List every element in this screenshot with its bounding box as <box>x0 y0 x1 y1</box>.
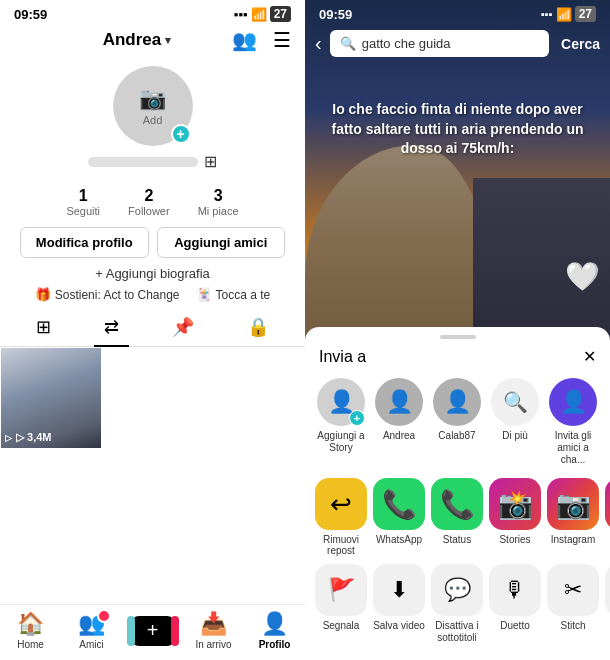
profile-code-row: ⊞ <box>88 152 217 171</box>
tab-saved[interactable]: 📌 <box>162 312 204 342</box>
action-duetto[interactable]: 🎙 Duetto <box>487 564 543 644</box>
close-icon[interactable]: ✕ <box>583 347 596 366</box>
heart-button[interactable]: 🤍 <box>565 260 600 293</box>
nav-profile[interactable]: 👤 Profilo <box>251 611 299 650</box>
share-di-piu[interactable]: 🔍 Di più <box>487 378 543 466</box>
camera-icon: 📷 <box>139 86 166 112</box>
stats-row: 1 Seguiti 2 Follower 3 Mi piace <box>0 179 305 223</box>
support-act-to-change[interactable]: 🎁 Sostieni: Act to Change <box>35 287 180 302</box>
video-grid: ▷ ▷ 3,4M <box>0 347 305 604</box>
stories-icon: 📸 <box>489 478 541 530</box>
nav-home[interactable]: 🏠 Home <box>7 611 55 650</box>
profile-code-bar <box>88 157 198 167</box>
tab-grid[interactable]: ⊞ <box>26 312 61 342</box>
friends-icon: 👥 <box>78 611 105 637</box>
friends-badge <box>97 609 111 623</box>
app-status[interactable]: 📞 Status <box>429 478 485 556</box>
story-person-icon: 👤 <box>328 389 355 415</box>
right-panel: 09:59 ▪▪▪ 📶 27 ‹ 🔍 gatto che guida Cerca… <box>305 0 610 660</box>
sottotitoli-icon: 💬 <box>431 564 483 616</box>
salva-icon: ⬇ <box>373 564 425 616</box>
avatar[interactable]: 📷 Add + <box>113 66 193 146</box>
left-status-bar: 09:59 ▪▪▪ 📶 27 <box>0 0 305 26</box>
right-wifi-icon: 📶 <box>556 7 572 22</box>
support-emoji-1: 🎁 <box>35 287 51 302</box>
duetto-icon: 🎙 <box>489 564 541 616</box>
edit-profile-button[interactable]: Modifica profilo <box>20 227 149 258</box>
right-signal-icon: ▪▪▪ <box>541 8 553 20</box>
share-panel: Invia a ✕ 👤 + Aggiungi a Story 👤 Andrea <box>305 327 610 660</box>
share-contact-andrea[interactable]: 👤 Andrea <box>371 378 427 466</box>
inbox-icon: 📥 <box>200 611 227 637</box>
action-sottotitoli[interactable]: 💬 Disattiva i sottotitoli <box>429 564 485 644</box>
home-icon: 🏠 <box>17 611 44 637</box>
right-search-bar: ‹ 🔍 gatto che guida Cerca <box>305 26 610 65</box>
add-badge[interactable]: + <box>171 124 191 144</box>
story-avatar: 👤 + <box>317 378 365 426</box>
add-label: Add <box>143 114 163 126</box>
menu-icon[interactable]: ☰ <box>273 28 291 52</box>
header-title[interactable]: Andrea ▾ <box>103 30 172 50</box>
profile-icon: 👤 <box>261 611 288 637</box>
cerca-button[interactable]: Cerca <box>561 36 600 52</box>
share-invite[interactable]: 👤 Invita gli amici a cha... <box>545 378 601 466</box>
bookmark-icon: 📌 <box>172 316 194 338</box>
tab-repost[interactable]: ⇄ <box>94 312 129 342</box>
left-panel: 09:59 ▪▪▪ 📶 27 Andrea ▾ 👥 ☰ 📷 Add + ⊞ <box>0 0 305 660</box>
nav-create[interactable]: + <box>129 616 177 646</box>
avatar-section: 📷 Add + ⊞ <box>0 58 305 179</box>
stat-mipiace[interactable]: 3 Mi piace <box>198 187 239 217</box>
search-input[interactable]: gatto che guida <box>362 36 539 51</box>
share-handle <box>440 335 476 339</box>
nav-friends[interactable]: 👥 Amici <box>68 611 116 650</box>
action-stitch[interactable]: ✂ Stitch <box>545 564 601 644</box>
right-status-icons: ▪▪▪ 📶 27 <box>541 6 596 22</box>
battery-icon: 27 <box>270 6 291 22</box>
app-stories[interactable]: 📸 Stories <box>487 478 543 556</box>
people-icon[interactable]: 👥 <box>232 28 257 52</box>
tab-liked[interactable]: 🔒 <box>237 312 279 342</box>
support-emoji-2: 🃏 <box>196 287 212 302</box>
right-status-bar: 09:59 ▪▪▪ 📶 27 <box>305 0 610 26</box>
calab87-avatar: 👤 <box>433 378 481 426</box>
stat-follower[interactable]: 2 Follower <box>128 187 170 217</box>
app-repost[interactable]: ↩ Rimuovi repost <box>313 478 369 556</box>
action-buttons: Modifica profilo Aggiungi amici <box>0 223 305 262</box>
left-header: Andrea ▾ 👥 ☰ <box>0 26 305 58</box>
stat-seguiti[interactable]: 1 Seguiti <box>66 187 100 217</box>
bottom-nav: 🏠 Home 👥 Amici + 📥 In arrivo 👤 Profilo <box>0 604 305 660</box>
support-tocca-a-te[interactable]: 🃏 Tocca a te <box>196 287 271 302</box>
andrea-avatar: 👤 <box>375 378 423 426</box>
support-row: 🎁 Sostieni: Act to Change 🃏 Tocca a te <box>0 283 305 304</box>
action-crea[interactable]: ✏ Crea... <box>603 564 610 644</box>
tab-icons-row: ⊞ ⇄ 📌 🔒 <box>0 304 305 347</box>
wifi-icon: 📶 <box>251 7 267 22</box>
signal-icon: ▪▪▪ <box>234 7 248 22</box>
action-salva-video[interactable]: ⬇ Salva video <box>371 564 427 644</box>
action-segnala[interactable]: 🚩 Segnala <box>313 564 369 644</box>
add-friends-button[interactable]: Aggiungi amici <box>157 227 286 258</box>
status-icon: 📞 <box>431 478 483 530</box>
plus-icon: + <box>147 619 159 642</box>
video-thumb-1[interactable]: ▷ ▷ 3,4M <box>1 348 101 448</box>
header-icons: 👥 ☰ <box>232 28 291 52</box>
actions-row: 🚩 Segnala ⬇ Salva video 💬 Disattiva i so… <box>305 560 610 644</box>
story-plus-badge: + <box>349 410 365 426</box>
app-whatsapp[interactable]: 📞 WhatsApp <box>371 478 427 556</box>
qr-icon[interactable]: ⊞ <box>204 152 217 171</box>
whatsapp-icon: 📞 <box>373 478 425 530</box>
calab87-person-icon: 👤 <box>444 389 471 415</box>
crea-icon: ✏ <box>605 564 610 616</box>
app-instagram[interactable]: 📷 Instagram <box>545 478 601 556</box>
search-more-avatar: 🔍 <box>491 378 539 426</box>
stitch-icon: ✂ <box>547 564 599 616</box>
share-title: Invia a <box>319 348 366 366</box>
search-input-container[interactable]: 🔍 gatto che guida <box>330 30 549 57</box>
back-button[interactable]: ‹ <box>315 32 322 55</box>
nav-inbox[interactable]: 📥 In arrivo <box>190 611 238 650</box>
create-button[interactable]: + <box>131 616 175 646</box>
share-contact-calab87[interactable]: 👤 Calab87 <box>429 378 485 466</box>
app-inst2[interactable]: 📷 Inst... <box>603 478 610 556</box>
add-bio-button[interactable]: + Aggiungi biografia <box>0 262 305 283</box>
share-add-story[interactable]: 👤 + Aggiungi a Story <box>313 378 369 466</box>
